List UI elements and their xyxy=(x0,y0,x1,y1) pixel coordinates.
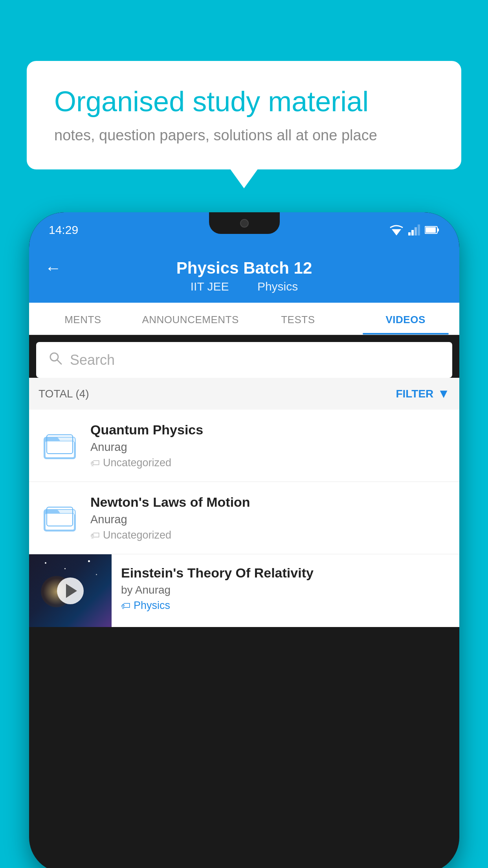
tag-icon-2: 🏷 xyxy=(90,530,100,541)
svg-rect-11 xyxy=(45,441,74,458)
status-bar: 14:29 xyxy=(29,212,459,248)
signal-icon xyxy=(408,224,420,235)
app-header: ← Physics Batch 12 IIT JEE Physics xyxy=(29,248,459,303)
svg-rect-2 xyxy=(411,230,414,235)
wifi-icon xyxy=(389,224,404,235)
tab-announcements[interactable]: ANNOUNCEMENTS xyxy=(137,303,244,335)
search-bar[interactable]: Search xyxy=(36,342,452,378)
list-item[interactable]: Quantum Physics Anurag 🏷 Uncategorized xyxy=(29,410,459,482)
search-placeholder: Search xyxy=(70,352,115,368)
back-button[interactable]: ← xyxy=(45,259,61,278)
video-list: Quantum Physics Anurag 🏷 Uncategorized xyxy=(29,410,459,627)
speech-bubble-title: Organised study material xyxy=(54,85,434,118)
svg-rect-7 xyxy=(437,228,439,232)
screen-content: Search TOTAL (4) FILTER ▼ xyxy=(29,335,459,868)
phone-frame: 14:29 xyxy=(29,212,459,868)
notch xyxy=(209,212,280,234)
tag-physics: Physics xyxy=(257,280,298,293)
tag-icon-1: 🏷 xyxy=(90,458,100,469)
search-icon xyxy=(48,351,63,369)
filter-icon: ▼ xyxy=(437,386,450,401)
folder-icon-1 xyxy=(42,426,77,462)
header-subtitle: IIT JEE Physics xyxy=(184,280,305,293)
video-info-2: Newton's Laws of Motion Anurag 🏷 Uncateg… xyxy=(90,495,448,541)
filter-bar: TOTAL (4) FILTER ▼ xyxy=(29,378,459,410)
total-count: TOTAL (4) xyxy=(39,388,89,400)
video-title-3: Einstein's Theory Of Relativity xyxy=(121,565,450,581)
tag-iit-jee: IIT JEE xyxy=(191,280,229,293)
svg-rect-6 xyxy=(426,227,436,233)
camera xyxy=(240,219,249,228)
svg-marker-0 xyxy=(392,229,401,235)
phone-screen: 14:29 xyxy=(29,212,459,868)
battery-icon xyxy=(425,226,440,234)
video-tag-2: 🏷 Uncategorized xyxy=(90,529,448,541)
svg-rect-3 xyxy=(415,227,417,235)
tab-tests[interactable]: TESTS xyxy=(244,303,352,335)
status-time: 14:29 xyxy=(49,223,78,237)
star-4 xyxy=(96,574,97,575)
folder-icon-2 xyxy=(42,498,77,534)
tab-bar: MENTS ANNOUNCEMENTS TESTS VIDEOS xyxy=(29,303,459,335)
video-thumbnail-3 xyxy=(29,554,112,627)
header-title: Physics Batch 12 xyxy=(176,259,312,278)
folder-thumb-2 xyxy=(40,495,79,538)
play-button-3[interactable] xyxy=(57,577,84,604)
speech-bubble: Organised study material notes, question… xyxy=(27,61,461,169)
video-author-2: Anurag xyxy=(90,513,448,526)
svg-line-9 xyxy=(57,360,61,364)
video-author-1: Anurag xyxy=(90,441,448,454)
filter-button[interactable]: FILTER ▼ xyxy=(396,386,450,401)
speech-bubble-subtitle: notes, question papers, solutions all at… xyxy=(54,127,434,144)
tab-ments[interactable]: MENTS xyxy=(29,303,137,335)
tab-videos[interactable]: VIDEOS xyxy=(352,303,459,335)
video-tag-3: 🏷 Physics xyxy=(121,600,450,612)
filter-label: FILTER xyxy=(396,388,433,400)
star-2 xyxy=(64,568,66,569)
list-item[interactable]: Newton's Laws of Motion Anurag 🏷 Uncateg… xyxy=(29,482,459,554)
folder-thumb-1 xyxy=(40,422,79,465)
video-tag-1: 🏷 Uncategorized xyxy=(90,457,448,469)
video-title-2: Newton's Laws of Motion xyxy=(90,495,448,510)
star-3 xyxy=(88,560,90,562)
play-triangle xyxy=(66,584,77,598)
header-row: ← Physics Batch 12 xyxy=(45,259,444,278)
svg-rect-4 xyxy=(418,224,420,235)
svg-rect-14 xyxy=(45,513,74,530)
video-author-3: by Anurag xyxy=(121,584,450,596)
video-title-1: Quantum Physics xyxy=(90,422,448,438)
star-1 xyxy=(45,562,46,564)
tag-icon-3: 🏷 xyxy=(121,600,130,611)
status-icons xyxy=(389,224,440,235)
svg-rect-1 xyxy=(408,232,411,235)
video-info-3: Einstein's Theory Of Relativity by Anura… xyxy=(112,554,459,623)
video-info-1: Quantum Physics Anurag 🏷 Uncategorized xyxy=(90,422,448,469)
list-item[interactable]: Einstein's Theory Of Relativity by Anura… xyxy=(29,554,459,627)
